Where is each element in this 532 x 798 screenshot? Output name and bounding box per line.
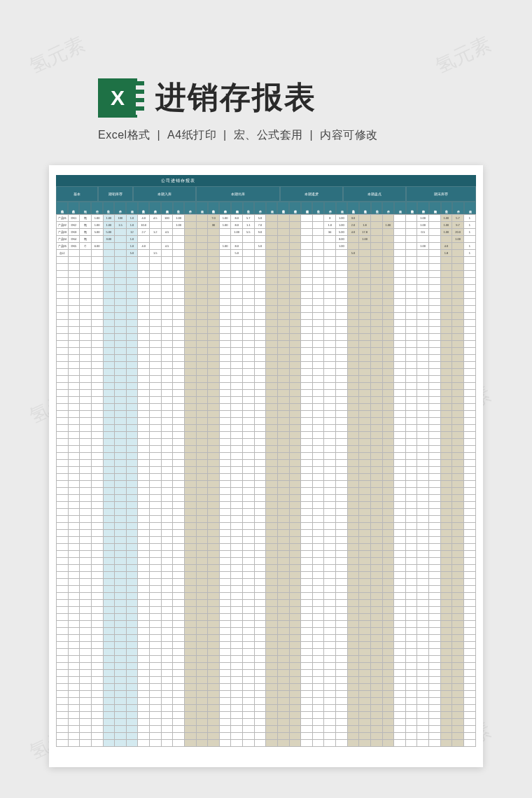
table-cell	[126, 635, 138, 642]
table-cell	[219, 404, 231, 411]
table-cell	[57, 432, 69, 439]
table-cell	[150, 432, 162, 439]
table-cell	[126, 607, 138, 614]
table-cell	[243, 691, 255, 698]
table-cell	[243, 670, 255, 677]
table-cell	[103, 446, 115, 453]
table-cell	[196, 733, 208, 740]
table-cell	[173, 593, 185, 600]
table-cell	[254, 362, 266, 369]
table-cell	[359, 341, 371, 348]
table-cell	[452, 467, 464, 474]
table-cell	[138, 453, 150, 460]
table-cell	[150, 509, 162, 516]
table-cell	[161, 369, 173, 376]
table-cell	[196, 656, 208, 663]
table-cell	[231, 299, 243, 306]
table-cell	[336, 551, 348, 558]
table-cell	[266, 635, 278, 642]
table-cell	[231, 684, 243, 691]
table-cell	[266, 229, 278, 236]
table-cell	[301, 348, 313, 355]
table-cell	[359, 334, 371, 341]
table-cell	[463, 677, 475, 684]
table-cell	[219, 432, 231, 439]
table-cell	[463, 607, 475, 614]
table-cell	[324, 369, 336, 376]
table-cell	[208, 236, 220, 243]
table-cell	[324, 502, 336, 509]
table-cell	[382, 712, 394, 719]
table-cell	[115, 334, 127, 341]
table-cell	[138, 432, 150, 439]
table-cell	[277, 670, 289, 677]
table-cell	[359, 726, 371, 733]
table-cell	[243, 537, 255, 544]
table-cell	[463, 635, 475, 642]
table-cell	[266, 656, 278, 663]
table-cell	[219, 670, 231, 677]
table-cell	[115, 516, 127, 523]
table-cell	[277, 474, 289, 481]
table-cell	[161, 432, 173, 439]
table-cell	[115, 740, 127, 747]
table-cell	[336, 635, 348, 642]
table-cell	[126, 320, 138, 327]
table-cell	[254, 719, 266, 726]
table-cell	[289, 593, 301, 600]
table-cell	[301, 642, 313, 649]
table-cell	[359, 516, 371, 523]
table-cell	[463, 586, 475, 593]
table-cell	[266, 537, 278, 544]
table-cell	[57, 306, 69, 313]
table-cell	[150, 733, 162, 740]
table-cell	[196, 600, 208, 607]
table-cell	[370, 355, 382, 362]
table-cell	[91, 257, 103, 264]
table-cell	[219, 306, 231, 313]
table-cell	[312, 565, 324, 572]
table-cell	[196, 411, 208, 418]
table-cell	[394, 369, 406, 376]
table-cell	[57, 264, 69, 271]
table-cell	[126, 516, 138, 523]
table-row	[57, 628, 476, 635]
table-cell	[440, 565, 452, 572]
table-cell	[138, 362, 150, 369]
table-cell	[150, 369, 162, 376]
table-cell	[208, 530, 220, 537]
table-cell	[208, 621, 220, 628]
table-cell: 1	[463, 243, 475, 250]
table-cell	[219, 523, 231, 530]
table-cell	[126, 257, 138, 264]
table-cell	[394, 593, 406, 600]
table-cell	[301, 404, 313, 411]
table-cell	[115, 537, 127, 544]
table-cell	[382, 362, 394, 369]
table-cell	[115, 285, 127, 292]
table-cell	[417, 502, 429, 509]
table-cell	[440, 278, 452, 285]
table-cell	[394, 677, 406, 684]
table-cell	[208, 418, 220, 425]
table-cell	[173, 656, 185, 663]
table-cell	[91, 278, 103, 285]
table-cell	[254, 383, 266, 390]
table-cell	[289, 257, 301, 264]
table-cell	[68, 425, 80, 432]
table-cell	[266, 397, 278, 404]
table-cell: 9.0	[254, 229, 266, 236]
table-cell	[138, 628, 150, 635]
table-row	[57, 600, 476, 607]
table-cell	[289, 285, 301, 292]
table-cell	[405, 411, 417, 418]
table-cell	[324, 306, 336, 313]
table-cell	[289, 523, 301, 530]
table-cell	[382, 579, 394, 586]
table-cell	[184, 320, 196, 327]
table-cell	[196, 691, 208, 698]
table-cell	[161, 425, 173, 432]
table-cell	[336, 348, 348, 355]
table-cell	[80, 509, 92, 516]
table-row	[57, 607, 476, 614]
